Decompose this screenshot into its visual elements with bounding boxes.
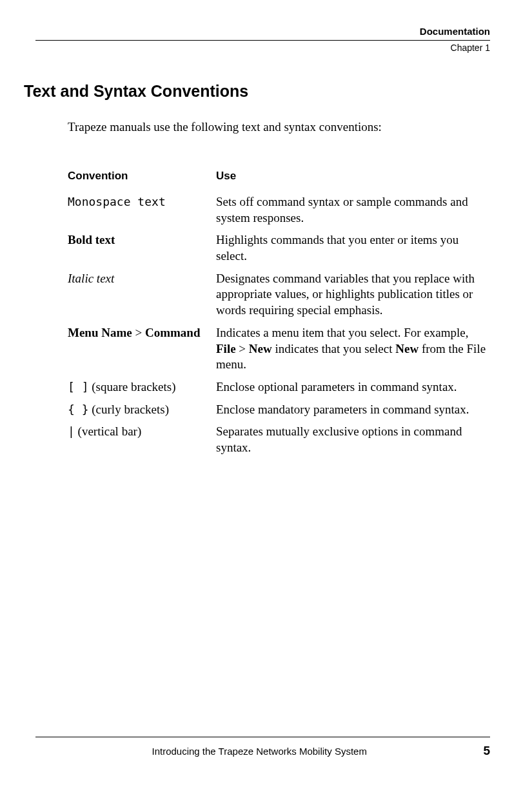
convention-cell: Bold text [68,232,216,270]
use-text: indicates that you select [272,342,396,355]
pipe-label: | [68,424,75,438]
use-cell: Enclose optional parameters in command s… [216,379,490,402]
footer-content: Introducing the Trapeze Networks Mobilit… [35,744,490,758]
menu-command-label: Command [145,326,201,339]
use-text: > [236,342,249,355]
conventions-table: Convention Use Monospace text Sets off c… [68,170,490,463]
use-bold: File [216,342,236,355]
footer-text: Introducing the Trapeze Networks Mobilit… [35,746,483,757]
bold-label: Bold text [68,233,115,246]
use-bold: New [249,342,272,355]
convention-cell: Monospace text [68,194,216,232]
pipe-desc: (vertical bar) [75,424,141,438]
section-heading: Text and Syntax Conventions [24,82,490,101]
col-header-use: Use [216,170,490,194]
page-number: 5 [483,744,490,758]
use-text: Indicates a menu item that you select. F… [216,326,469,339]
use-cell: Designates command variables that you re… [216,271,490,325]
use-cell: Indicates a menu item that you select. F… [216,325,490,379]
table-row: Bold text Highlights commands that you e… [68,232,490,270]
table-row: [ ] (square brackets) Enclose optional p… [68,379,490,402]
header-title: Documentation [35,26,490,39]
menu-name-label: Menu Name [68,326,132,339]
convention-cell: Menu Name > Command [68,325,216,379]
use-bold: New [395,342,419,355]
table-row: Italic text Designates command variables… [68,271,490,325]
table-row: { } (curly brackets) Enclose mandatory p… [68,402,490,424]
convention-cell: Italic text [68,271,216,325]
brace-desc: (curly brackets) [89,403,170,416]
table-row: Menu Name > Command Indicates a menu ite… [68,325,490,379]
monospace-label: Monospace text [68,195,166,208]
bracket-desc: (square brackets) [89,380,176,394]
brace-label: { } [68,403,89,416]
col-header-convention: Convention [68,170,216,194]
table-header-row: Convention Use [68,170,490,194]
italic-label: Italic text [68,272,114,285]
menu-sep: > [132,326,145,339]
use-cell: Highlights commands that you enter or it… [216,232,490,270]
header-chapter: Chapter 1 [35,43,490,53]
convention-cell: | (vertical bar) [68,424,216,462]
convention-cell: [ ] (square brackets) [68,379,216,402]
use-cell: Sets off command syntax or sample comman… [216,194,490,232]
table-row: | (vertical bar) Separates mutually excl… [68,424,490,462]
header-rule [35,40,490,41]
use-cell: Separates mutually exclusive options in … [216,424,490,462]
page-header: Documentation Chapter 1 [35,26,490,53]
intro-paragraph: Trapeze manuals use the following text a… [68,120,490,134]
table-row: Monospace text Sets off command syntax o… [68,194,490,232]
bracket-label: [ ] [68,380,89,394]
use-cell: Enclose mandatory parameters in command … [216,402,490,424]
page-footer: Introducing the Trapeze Networks Mobilit… [35,737,490,758]
convention-cell: { } (curly brackets) [68,402,216,424]
footer-rule [35,737,490,737]
